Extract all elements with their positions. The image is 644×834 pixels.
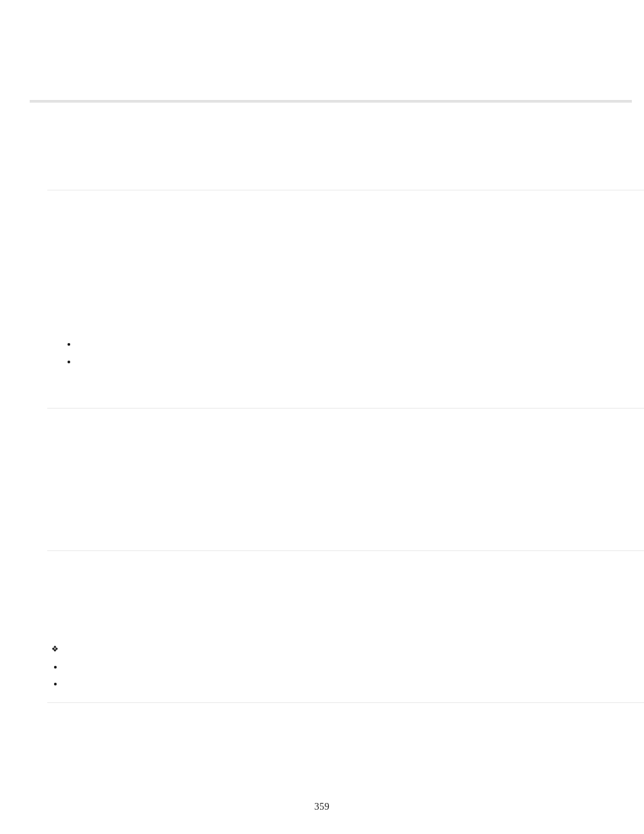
bullet-dot-icon [54,666,57,669]
list-item [47,676,613,692]
list-item [47,336,613,353]
top-rule [30,100,632,103]
diamond-ornament-icon: ❖ [51,645,59,653]
section-divider [47,702,644,703]
section-divider [47,190,644,190]
ornament-item: ❖ [47,641,613,657]
list-item [47,659,613,675]
bullet-dot-icon [68,343,70,346]
page-number: 359 [0,802,644,812]
bullet-dot-icon [54,683,57,685]
section-divider [47,550,644,551]
section-divider [47,408,644,409]
list-item [47,354,613,370]
bullet-dot-icon [68,361,70,363]
